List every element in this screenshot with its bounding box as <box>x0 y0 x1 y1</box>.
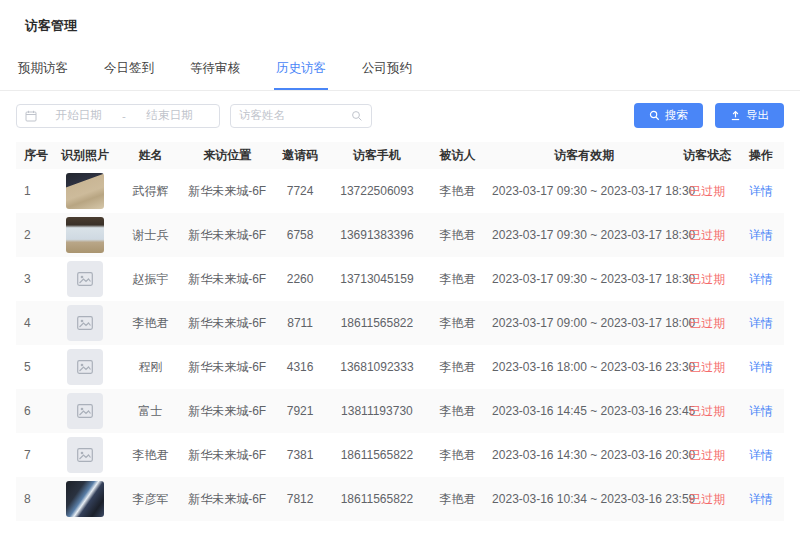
validity-period-text: 2023-03-17 09:30 ~ 2023-03-17 18:30 <box>492 184 695 198</box>
visitor-table: 序号识别照片姓名来访位置邀请码访客手机被访人访客有效期访客状态操作 1武得辉新华… <box>16 142 784 521</box>
validity-period: 2023-03-16 10:34 ~ 2023-03-16 23:59 <box>492 477 676 521</box>
status-badge-text: 已过期 <box>689 184 725 198</box>
invite-code-text: 7812 <box>287 492 314 506</box>
validity-period-text: 2023-03-16 18:00 ~ 2023-03-16 23:30 <box>492 360 695 374</box>
host-name-text: 李艳君 <box>440 316 476 330</box>
invite-code: 8711 <box>269 301 330 345</box>
search-button[interactable]: 搜索 <box>634 103 703 128</box>
visitor-phone: 18611565822 <box>331 433 423 477</box>
detail-link-text[interactable]: 详情 <box>749 272 773 286</box>
visit-location: 新华未来城-6F <box>185 169 269 213</box>
host-name-text: 李艳君 <box>440 184 476 198</box>
validity-period-text: 2023-03-17 09:30 ~ 2023-03-17 18:30 <box>492 272 695 286</box>
detail-link: 详情 <box>738 477 784 521</box>
invite-code: 2260 <box>269 257 330 301</box>
tab-company-booking[interactable]: 公司预约 <box>360 56 414 90</box>
invite-code-text: 7724 <box>287 184 314 198</box>
search-icon <box>351 110 363 122</box>
host-name: 李艳君 <box>423 301 492 345</box>
photo-placeholder <box>67 437 103 473</box>
host-name: 李艳君 <box>423 345 492 389</box>
detail-link: 详情 <box>738 433 784 477</box>
invite-code: 7812 <box>269 477 330 521</box>
visitor-name-text: 程刚 <box>138 360 162 374</box>
table-row: 2谢士兵新华未来城-6F675813691383396李艳君2023-03-17… <box>16 213 784 257</box>
visitor-name-text: 谢士兵 <box>132 228 168 242</box>
visitor-name-text: 李艳君 <box>132 448 168 462</box>
row-index: 7 <box>16 433 54 477</box>
date-range-input[interactable]: 开始日期 - 结束日期 <box>16 104 220 128</box>
host-name-text: 李艳君 <box>440 360 476 374</box>
detail-link: 详情 <box>738 345 784 389</box>
row-index-text: 8 <box>24 492 31 506</box>
visitor-name: 谢士兵 <box>116 213 185 257</box>
detail-link-text[interactable]: 详情 <box>749 228 773 242</box>
export-button[interactable]: 导出 <box>715 103 784 128</box>
validity-period: 2023-03-17 09:30 ~ 2023-03-17 18:30 <box>492 257 676 301</box>
tab-today-checkin[interactable]: 今日签到 <box>102 56 156 90</box>
invite-code: 4316 <box>269 345 330 389</box>
visitor-name-text: 富士 <box>138 404 162 418</box>
detail-link-text[interactable]: 详情 <box>749 404 773 418</box>
visitor-name-text: 武得辉 <box>132 184 168 198</box>
visit-location: 新华未来城-6F <box>185 477 269 521</box>
visitor-phone-text: 13722506093 <box>340 184 413 198</box>
table-row: 7李艳君新华未来城-6F738118611565822李艳君2023-03-16… <box>16 433 784 477</box>
host-name: 李艳君 <box>423 477 492 521</box>
validity-period-text: 2023-03-16 14:45 ~ 2023-03-16 23:45 <box>492 404 695 418</box>
table-body: 1武得辉新华未来城-6F772413722506093李艳君2023-03-17… <box>16 169 784 521</box>
tab-expected-visitors[interactable]: 预期访客 <box>16 56 70 90</box>
visitor-name: 李彦军 <box>116 477 185 521</box>
visitor-phone: 13811193730 <box>331 389 423 433</box>
detail-link-text[interactable]: 详情 <box>749 360 773 374</box>
filter-bar: 开始日期 - 结束日期 访客姓名 搜索 导出 <box>16 103 784 128</box>
detail-link-text[interactable]: 详情 <box>749 448 773 462</box>
table-row: 3赵振宇新华未来城-6F226013713045159李艳君2023-03-17… <box>16 257 784 301</box>
photo-cell <box>54 433 115 477</box>
visit-location: 新华未来城-6F <box>185 213 269 257</box>
page-title: 访客管理 <box>0 0 800 50</box>
visitor-name: 赵振宇 <box>116 257 185 301</box>
photo-cell <box>54 477 115 521</box>
validity-period: 2023-03-17 09:30 ~ 2023-03-17 18:30 <box>492 213 676 257</box>
visit-location-text: 新华未来城-6F <box>188 272 266 286</box>
tab-bar: 预期访客今日签到等待审核历史访客公司预约 <box>0 50 800 91</box>
detail-link-text[interactable]: 详情 <box>749 492 773 506</box>
column-header: 访客状态 <box>676 142 737 169</box>
photo-placeholder <box>67 393 103 429</box>
column-header: 操作 <box>738 142 784 169</box>
detail-link-text[interactable]: 详情 <box>749 316 773 330</box>
detail-link-text[interactable]: 详情 <box>749 184 773 198</box>
row-index-text: 1 <box>24 184 31 198</box>
visit-location: 新华未来城-6F <box>185 345 269 389</box>
host-name-text: 李艳君 <box>440 492 476 506</box>
row-index-text: 7 <box>24 448 31 462</box>
visit-location: 新华未来城-6F <box>185 301 269 345</box>
start-date-placeholder[interactable]: 开始日期 <box>37 108 120 123</box>
row-index: 6 <box>16 389 54 433</box>
column-header: 访客手机 <box>331 142 423 169</box>
visitor-name-placeholder: 访客姓名 <box>239 108 351 123</box>
end-date-placeholder[interactable]: 结束日期 <box>128 108 211 123</box>
tab-pending-review[interactable]: 等待审核 <box>188 56 242 90</box>
tab-history-visitors[interactable]: 历史访客 <box>274 56 328 90</box>
search-icon <box>649 110 660 121</box>
visitor-name-text: 李彦军 <box>132 492 168 506</box>
table-header-row: 序号识别照片姓名来访位置邀请码访客手机被访人访客有效期访客状态操作 <box>16 142 784 169</box>
photo-cell <box>54 345 115 389</box>
invite-code-text: 4316 <box>287 360 314 374</box>
column-header: 邀请码 <box>269 142 330 169</box>
recognition-photo <box>66 217 104 253</box>
row-index-text: 5 <box>24 360 31 374</box>
host-name-text: 李艳君 <box>440 448 476 462</box>
visitor-phone-text: 13811193730 <box>341 404 413 418</box>
visitor-name-text: 赵振宇 <box>132 272 168 286</box>
visit-location-text: 新华未来城-6F <box>188 360 266 374</box>
visitor-name-input[interactable]: 访客姓名 <box>230 104 372 128</box>
visit-location-text: 新华未来城-6F <box>188 404 266 418</box>
table-row: 6富士新华未来城-6F792113811193730李艳君2023-03-16 … <box>16 389 784 433</box>
visitor-phone-text: 18611565822 <box>341 316 414 330</box>
invite-code-text: 8711 <box>287 316 313 330</box>
row-index: 5 <box>16 345 54 389</box>
visitor-phone-text: 13681092333 <box>340 360 413 374</box>
